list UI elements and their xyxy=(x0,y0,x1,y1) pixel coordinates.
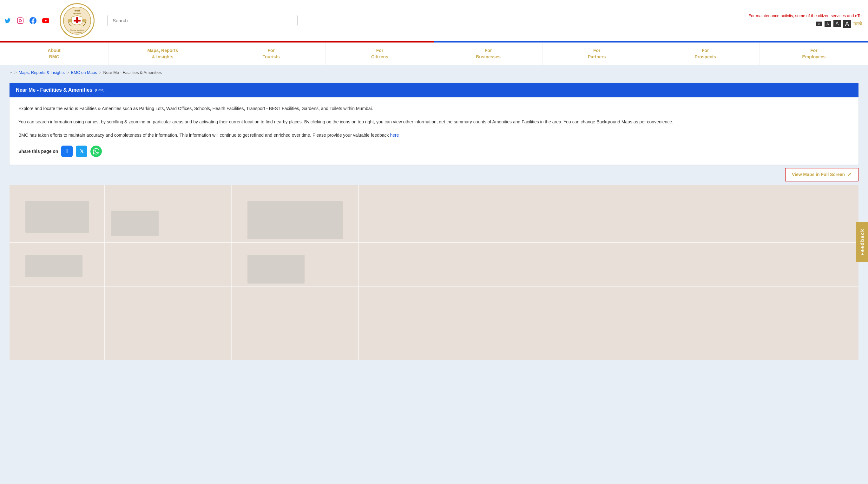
share-label: Share this page on xyxy=(19,149,58,154)
social-icons xyxy=(3,16,50,25)
marquee-text: For maintenance activity, some of the ci… xyxy=(748,13,862,18)
search-input[interactable] xyxy=(107,15,298,26)
font-large-button[interactable]: A xyxy=(833,20,841,27)
view-maps-container: View Maps in Full Screen ⤢ xyxy=(9,165,859,185)
main-content: Near Me - Facilities & Amenities (Beta) … xyxy=(0,79,868,366)
card-header: Near Me - Facilities & Amenities (Beta) xyxy=(9,83,859,97)
font-medium-button[interactable]: A xyxy=(825,21,831,27)
nav-for-employees[interactable]: For Employees xyxy=(760,42,868,65)
nav-for-businesses[interactable]: For Businesses xyxy=(434,42,543,65)
expand-icon: ⤢ xyxy=(847,171,851,178)
font-small-button[interactable]: A xyxy=(816,22,822,26)
share-facebook-button[interactable]: f xyxy=(61,146,73,157)
nav-for-citizens[interactable]: For Citizens xyxy=(326,42,434,65)
accessibility-row: A A A A मराठी xyxy=(816,20,862,28)
svg-text:Corporation: Corporation xyxy=(73,31,82,33)
top-bar-right: For maintenance activity, some of the ci… xyxy=(304,13,865,28)
search-area xyxy=(107,15,298,26)
nav-about-bmc[interactable]: About BMC xyxy=(0,42,108,65)
top-bar: बृहन्मुंबई महानगरपालिका Mumbai Municipal… xyxy=(0,0,868,41)
svg-rect-0 xyxy=(18,18,23,23)
content-card: Near Me - Facilities & Amenities (Beta) … xyxy=(9,83,859,164)
svg-point-8 xyxy=(68,19,72,22)
description-1: Explore and locate the various Facilitie… xyxy=(19,105,849,112)
svg-rect-7 xyxy=(73,20,81,21)
nav-maps-reports[interactable]: Maps, Reports & Insights xyxy=(108,42,217,65)
nav-for-prospects[interactable]: For Prospects xyxy=(651,42,760,65)
twitter-icon[interactable] xyxy=(3,16,12,25)
svg-rect-19 xyxy=(111,211,159,236)
description-3: BMC has taken efforts to maintain accura… xyxy=(19,132,849,139)
breadcrumb-bmc-on-maps[interactable]: BMC on Maps xyxy=(71,70,97,75)
logo-area[interactable]: बृहन्मुंबई महानगरपालिका Mumbai Municipal… xyxy=(60,3,95,38)
logo-circle: बृहन्मुंबई महानगरपालिका Mumbai Municipal… xyxy=(60,3,95,38)
breadcrumb-maps-reports[interactable]: Maps, Reports & Insights xyxy=(19,70,65,75)
card-body: Explore and locate the various Facilitie… xyxy=(9,97,859,164)
description-2: You can search information using names, … xyxy=(19,118,849,126)
language-button[interactable]: मराठी xyxy=(854,21,862,27)
share-twitter-button[interactable]: 𝕏 xyxy=(76,146,87,157)
svg-rect-20 xyxy=(25,255,83,277)
share-whatsapp-button[interactable] xyxy=(90,146,102,157)
svg-point-2 xyxy=(22,19,22,19)
feedback-button[interactable]: Feedback xyxy=(856,222,868,262)
svg-point-1 xyxy=(19,19,21,22)
here-link[interactable]: here xyxy=(390,133,399,138)
breadcrumb: ⌂ > Maps, Reports & Insights > BMC on Ma… xyxy=(0,65,868,79)
nav-for-partners[interactable]: For Partners xyxy=(543,42,651,65)
nav-for-tourists[interactable]: For Tourists xyxy=(217,42,326,65)
svg-text:महानगरपालिका: महानगरपालिका xyxy=(73,13,82,14)
youtube-icon[interactable] xyxy=(41,16,50,25)
beta-badge: (Beta) xyxy=(95,88,104,92)
svg-rect-22 xyxy=(247,255,305,284)
font-xlarge-button[interactable]: A xyxy=(843,20,851,28)
breadcrumb-current: Near Me - Facilities & Amenities xyxy=(103,70,161,75)
facebook-icon[interactable] xyxy=(29,16,37,25)
svg-point-9 xyxy=(82,19,86,22)
view-maps-fullscreen-button[interactable]: View Maps in Full Screen ⤢ xyxy=(785,168,859,182)
svg-rect-21 xyxy=(247,201,343,239)
page-title: Near Me - Facilities & Amenities xyxy=(16,87,92,93)
nav-bar: About BMC Maps, Reports & Insights For T… xyxy=(0,42,868,65)
svg-text:Mumbai Municipal: Mumbai Municipal xyxy=(70,29,84,31)
map-area[interactable] xyxy=(9,185,859,360)
home-icon[interactable]: ⌂ xyxy=(9,70,12,75)
share-row: Share this page on f 𝕏 xyxy=(19,146,849,157)
svg-text:बृहन्मुंबई: बृहन्मुंबई xyxy=(74,9,80,12)
svg-rect-18 xyxy=(25,201,89,233)
instagram-icon[interactable] xyxy=(16,16,25,25)
